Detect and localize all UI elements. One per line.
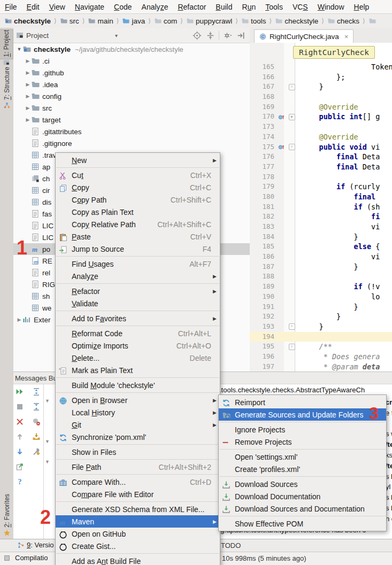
- menu-item-copy-as-plain-text[interactable]: Copy as Plain Text: [56, 206, 220, 218]
- menu-item-mark-as-plain-text[interactable]: *Mark as Plain Text: [56, 364, 220, 376]
- tree-expander-icon[interactable]: ▼: [45, 439, 50, 444]
- stripe-tab-1-project[interactable]: 1: Project: [0, 29, 13, 59]
- tree-arrow-closed-icon[interactable]: ▶: [25, 94, 31, 99]
- menu-item-file-path[interactable]: File PathCtrl+Alt+Shift+2: [56, 461, 220, 473]
- menubar-item-analyze[interactable]: Analyze: [137, 1, 173, 13]
- menubar-item-build[interactable]: Build: [211, 1, 237, 13]
- menu-item-reimport[interactable]: Reimport: [219, 396, 386, 408]
- menubar-item-navigate[interactable]: Navigate: [70, 1, 109, 13]
- breadcrumb-item-checks[interactable]: checks: [326, 17, 360, 25]
- menubar-item-help[interactable]: Help: [349, 1, 374, 13]
- menu-item-synchronize-pom-xml[interactable]: Synchronize 'pom.xml': [56, 431, 220, 443]
- menu-item-copy-path[interactable]: Copy PathCtrl+Shift+C: [56, 194, 220, 206]
- tree-arrow-closed-icon[interactable]: ▶: [25, 82, 31, 87]
- menu-item-download-sources[interactable]: Download Sources: [219, 478, 386, 490]
- menu-item-delete[interactable]: Delete...Delete: [56, 352, 220, 364]
- tree-arrow-closed-icon[interactable]: ▶: [16, 317, 22, 322]
- close-icon[interactable]: ×: [344, 33, 349, 41]
- menu-item-download-documentation[interactable]: Download Documentation: [219, 490, 386, 502]
- tree-expander-icon[interactable]: ▼: [45, 398, 50, 404]
- menu-item-compare-with[interactable]: Compare With...Ctrl+D: [56, 476, 220, 488]
- tree-arrow-open-icon[interactable]: ▼: [16, 47, 22, 52]
- tree-item-idea[interactable]: ▶.idea: [13, 79, 250, 90]
- fold-marker-down-icon[interactable]: ˅: [289, 344, 295, 350]
- breadcrumb-item-main[interactable]: main: [87, 17, 114, 25]
- menu-item-download-sources-and-documentation[interactable]: Download Sources and Documentation: [219, 502, 386, 515]
- menubar-item-code[interactable]: Code: [109, 1, 136, 13]
- fold-marker-up-icon[interactable]: ˄: [289, 323, 295, 330]
- menu-item-git[interactable]: Git▶: [56, 419, 220, 431]
- tree-item-config[interactable]: ▶config: [13, 90, 250, 102]
- menu-item-build-module-checkstyle[interactable]: Build Module 'checkstyle': [56, 379, 220, 391]
- menu-item-find-usages[interactable]: Find UsagesAlt+F7: [56, 258, 220, 270]
- fold-marker-down-icon[interactable]: ˅: [289, 144, 295, 150]
- tree-item-github[interactable]: ▶.github: [13, 67, 250, 79]
- chevron-down-icon[interactable]: ▾: [115, 33, 118, 38]
- tree-item-src[interactable]: ▶src: [13, 102, 250, 114]
- stripe-tab-7-structure[interactable]: 7: Structure: [0, 67, 13, 100]
- tree-item-ci[interactable]: ▶.ci: [13, 55, 250, 67]
- menu-item-generate-sources-and-update-folders[interactable]: Generate Sources and Update Folders: [219, 408, 386, 421]
- fold-marker-up-icon[interactable]: ˄: [289, 84, 295, 90]
- menu-item-open-in-browser[interactable]: Open in Browser▶: [56, 394, 220, 406]
- menu-item-validate[interactable]: Validate: [56, 297, 220, 309]
- menu-item-compare-file-with-editor[interactable]: Compare File with Editor: [56, 488, 220, 500]
- tree-expander-icon[interactable]: ▼: [45, 459, 50, 465]
- collapse-all-icon[interactable]: [32, 403, 41, 411]
- tree-item-gitattributes[interactable]: .gitattributes: [13, 126, 250, 137]
- menu-item-maven[interactable]: mMaven▶: [56, 515, 220, 528]
- wrench-icon[interactable]: [32, 447, 41, 456]
- export-icon[interactable]: [16, 462, 24, 471]
- breadcrumb-item-puppycrawl[interactable]: puppycrawl: [185, 17, 233, 25]
- hide-panel-icon[interactable]: [236, 31, 245, 40]
- locate-icon[interactable]: [193, 31, 202, 40]
- menubar-item-window[interactable]: Window: [313, 1, 349, 13]
- menu-item-analyze[interactable]: Analyze▶: [56, 270, 220, 282]
- menu-item-remove-projects[interactable]: Remove Projects: [219, 436, 386, 448]
- breadcrumb-item-item[interactable]: [367, 17, 379, 25]
- menu-item-cut[interactable]: CutCtrl+X: [56, 169, 220, 181]
- menu-item-jump-to-source[interactable]: Jump to SourceF4: [56, 243, 220, 255]
- tree-arrow-closed-icon[interactable]: ▶: [25, 105, 31, 111]
- tree-arrow-closed-icon[interactable]: ▶: [25, 117, 31, 122]
- tree-item-checkstyle[interactable]: ▼checkstyle~/java/github/checkstyle/chec…: [13, 43, 250, 55]
- menu-item-copy-relative-path[interactable]: Copy Relative PathCtrl+Alt+Shift+C: [56, 218, 220, 230]
- tree-item-gitignore[interactable]: .gitignore: [13, 137, 250, 149]
- menu-item-create-profiles-xml[interactable]: Create 'profiles.xml': [219, 463, 386, 475]
- menu-item-create-gist[interactable]: Create Gist...: [56, 540, 220, 552]
- gear-icon[interactable]: [223, 31, 232, 40]
- todo-button[interactable]: TODO: [221, 541, 241, 549]
- fold-marker-plus-icon[interactable]: +: [289, 114, 295, 120]
- menu-item-paste[interactable]: PasteCtrl+V: [56, 230, 220, 243]
- menu-item-add-as-ant-build-file[interactable]: Add as Ant Build File: [56, 555, 220, 565]
- menu-item-show-in-files[interactable]: Show in Files: [56, 446, 220, 458]
- menu-item-local-history[interactable]: Local History▶: [56, 406, 220, 419]
- hide-passed-icon[interactable]: [32, 417, 41, 426]
- stop-icon[interactable]: [16, 403, 24, 411]
- menu-item-generate-xsd-schema-from-xml-file[interactable]: Generate XSD Schema from XML File...: [56, 503, 220, 515]
- menubar-item-edit[interactable]: Edit: [22, 1, 44, 13]
- rerun-icon[interactable]: [16, 388, 24, 396]
- version-control-button[interactable]: 9: Versio: [17, 541, 54, 549]
- down-icon[interactable]: [16, 447, 24, 456]
- menu-item-reformat-code[interactable]: Reformat CodeCtrl+Alt+L: [56, 327, 220, 339]
- menu-item-open-on-github[interactable]: Open on GitHub: [56, 528, 220, 540]
- tab-rightcurlycheck[interactable]: C RightCurlyCheck.java ×: [254, 29, 353, 43]
- menubar-item-file[interactable]: File: [0, 1, 22, 13]
- menu-item-copy[interactable]: CopyCtrl+C: [56, 181, 220, 194]
- menubar-item-refactor[interactable]: Refactor: [173, 1, 211, 13]
- editor[interactable]: RightCurlyCheck 165TokenT166};167˄}16816…: [250, 43, 392, 371]
- tree-arrow-closed-icon[interactable]: ▶: [25, 58, 31, 64]
- collapse-all-icon[interactable]: [206, 31, 215, 40]
- menu-item-optimize-imports[interactable]: Optimize ImportsCtrl+Alt+O: [56, 339, 220, 352]
- help-icon[interactable]: ?: [16, 477, 24, 486]
- breadcrumb-item-com[interactable]: com: [153, 17, 179, 25]
- menubar-item-run[interactable]: Run: [237, 1, 261, 13]
- menu-item-open-settings-xml[interactable]: Open 'settings.xml': [219, 451, 386, 463]
- breadcrumb-item-checkstyle[interactable]: checkstyle: [3, 17, 52, 25]
- breadcrumb-item-tools[interactable]: tools: [240, 17, 267, 25]
- menubar-item-view[interactable]: View: [44, 1, 70, 13]
- stripe-tab-2-favorites[interactable]: 2: Favorites: [0, 483, 13, 539]
- close-icon[interactable]: [16, 417, 24, 426]
- menubar-item-tools[interactable]: Tools: [260, 1, 288, 13]
